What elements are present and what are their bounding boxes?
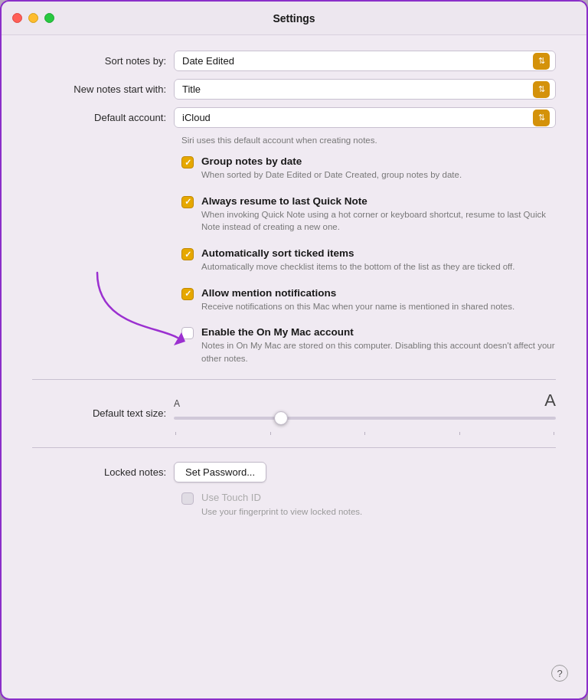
checkbox-section-always-resume: Always resume to last Quick NoteWhen inv…: [181, 195, 556, 234]
checkbox-label-group-allow-mention: Allow mention notificationsReceive notif…: [201, 287, 556, 313]
checkbox-row-always-resume: Always resume to last Quick NoteWhen inv…: [181, 195, 556, 234]
enable-mac-desc: Notes in On My Mac are stored on this co…: [201, 339, 556, 365]
sort-select[interactable]: Date Edited: [174, 51, 556, 71]
tick-1: [175, 432, 176, 435]
tick-2: [270, 432, 271, 435]
settings-content: Sort notes by: Date Edited ⇅ New notes s…: [2, 35, 586, 539]
help-button[interactable]: ?: [551, 665, 568, 682]
checkbox-desc-group-notes: When sorted by Date Edited or Date Creat…: [201, 168, 556, 182]
slider-ticks: [174, 432, 556, 435]
tick-5: [554, 432, 554, 435]
touch-id-desc: Use your fingerprint to view locked note…: [201, 507, 556, 516]
slider-size-row: A A: [174, 392, 556, 409]
checkbox-title-group-notes: Group notes by date: [201, 155, 556, 167]
new-notes-row: New notes start with: Title ⇅: [32, 79, 556, 100]
new-notes-select-wrapper: Title ⇅: [174, 79, 556, 100]
sort-row: Sort notes by: Date Edited ⇅: [32, 51, 556, 71]
checkbox-label-group-group-notes: Group notes by dateWhen sorted by Date E…: [201, 155, 556, 182]
default-account-label: Default account:: [32, 112, 174, 123]
checkbox-section-group-notes: Group notes by dateWhen sorted by Date E…: [181, 155, 556, 182]
slider-thumb[interactable]: [274, 411, 288, 425]
annotation-arrow: [90, 265, 189, 349]
tick-4: [459, 432, 460, 435]
maximize-button[interactable]: [44, 13, 54, 23]
checkbox-section-allow-mention: Allow mention notificationsReceive notif…: [181, 287, 556, 313]
tick-3: [364, 432, 365, 435]
checkbox-row-group-notes: Group notes by dateWhen sorted by Date E…: [181, 155, 556, 182]
sort-select-wrapper: Date Edited ⇅: [174, 51, 556, 71]
default-account-select[interactable]: iCloud: [174, 107, 556, 128]
enable-mac-label-group: Enable the On My Mac account Notes in On…: [201, 326, 556, 365]
checkbox-title-auto-sort: Automatically sort ticked items: [201, 247, 556, 259]
checkbox-auto-sort[interactable]: [181, 248, 194, 260]
touch-id-checkbox: [181, 492, 194, 505]
touch-id-label: Use Touch ID: [201, 492, 261, 503]
slider-container: A A: [174, 392, 556, 435]
enable-mac-section: Enable the On My Mac account Notes in On…: [181, 326, 556, 365]
new-notes-label: New notes start with:: [32, 83, 174, 95]
traffic-lights: [12, 13, 54, 23]
slider-large-a: A: [544, 392, 556, 409]
settings-window: Settings Sort notes by: Date Edited ⇅ Ne…: [0, 0, 588, 700]
siri-note: Siri uses this default account when crea…: [181, 136, 556, 145]
checkbox-row-allow-mention: Allow mention notificationsReceive notif…: [181, 287, 556, 313]
checkbox-row-auto-sort: Automatically sort ticked itemsAutomatic…: [181, 247, 556, 273]
locked-row: Locked notes: Set Password...: [32, 462, 556, 482]
close-button[interactable]: [12, 13, 22, 23]
checkbox-section-auto-sort: Automatically sort ticked itemsAutomatic…: [181, 247, 556, 273]
checkbox-group-notes[interactable]: [181, 156, 194, 168]
checkbox-title-always-resume: Always resume to last Quick Note: [201, 195, 556, 207]
sort-label: Sort notes by:: [32, 55, 174, 67]
checkbox-desc-always-resume: When invoking Quick Note using a hot cor…: [201, 208, 556, 234]
new-notes-select[interactable]: Title: [174, 79, 556, 100]
titlebar: Settings: [2, 2, 586, 35]
checkbox-desc-allow-mention: Receive notifications on this Mac when y…: [201, 300, 556, 313]
checkbox-always-resume[interactable]: [181, 196, 194, 208]
checkbox-desc-auto-sort: Automatically move checklist items to th…: [201, 260, 556, 273]
slider-small-a: A: [174, 398, 180, 409]
window-title: Settings: [273, 12, 315, 25]
checkbox-label-group-always-resume: Always resume to last Quick NoteWhen inv…: [201, 195, 556, 234]
slider-row: Default text size: A A: [32, 392, 556, 435]
slider-label: Default text size:: [32, 407, 174, 419]
checkbox-label-group-auto-sort: Automatically sort ticked itemsAutomatic…: [201, 247, 556, 273]
slider-track-bg: [174, 417, 556, 420]
slider-section: Default text size: A A: [32, 379, 556, 435]
touch-id-section: Use Touch ID Use your fingerprint to vie…: [181, 492, 556, 516]
enable-mac-row: Enable the On My Mac account Notes in On…: [181, 326, 556, 365]
default-account-select-wrapper: iCloud ⇅: [174, 107, 556, 128]
default-account-row: Default account: iCloud ⇅: [32, 107, 556, 128]
touch-id-row: Use Touch ID: [181, 492, 556, 505]
enable-mac-title: Enable the On My Mac account: [201, 326, 556, 338]
checkbox-title-allow-mention: Allow mention notifications: [201, 287, 556, 299]
locked-label: Locked notes:: [32, 466, 174, 478]
svg-marker-0: [174, 332, 185, 345]
slider-track-wrapper: [174, 411, 556, 426]
locked-section: Locked notes: Set Password... Use Touch …: [32, 447, 556, 516]
set-password-button[interactable]: Set Password...: [174, 462, 266, 482]
minimize-button[interactable]: [28, 13, 38, 23]
